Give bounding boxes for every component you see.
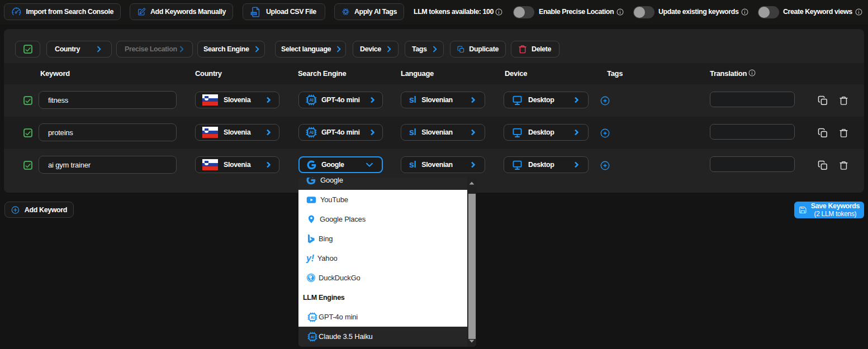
svg-text:CSV: CSV	[252, 12, 256, 15]
svg-text:AI: AI	[309, 130, 314, 135]
svg-text:AI: AI	[310, 334, 314, 339]
svg-text:AI: AI	[309, 98, 314, 103]
svg-text:AI: AI	[310, 314, 314, 319]
